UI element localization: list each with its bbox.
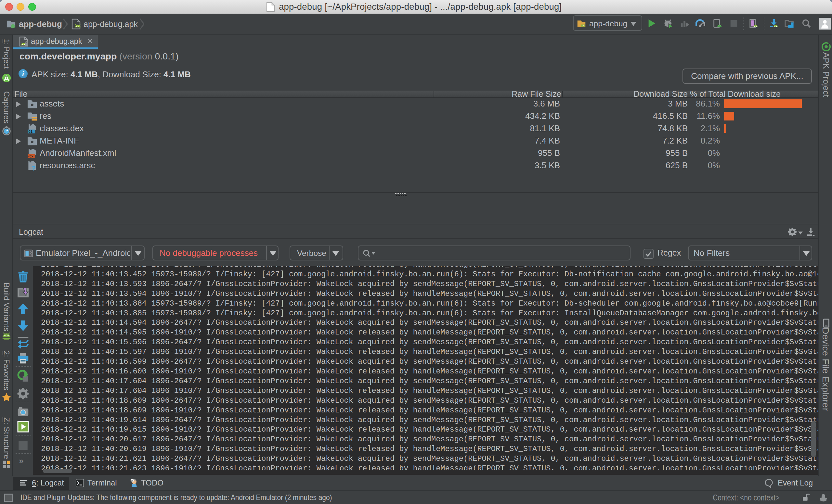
svg-text:01: 01 — [28, 130, 32, 134]
svg-text:?: ? — [31, 165, 35, 170]
svg-text:<>: <> — [28, 154, 33, 159]
